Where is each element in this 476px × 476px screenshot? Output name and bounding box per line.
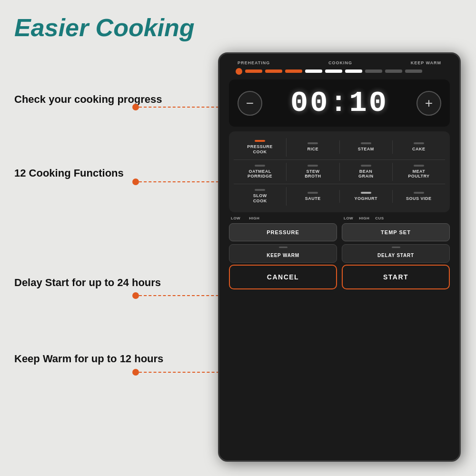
delay-start-button[interactable]: DELAY START: [342, 244, 450, 263]
annotation-delay-start: Delay Start for up to 24 hours: [14, 276, 161, 290]
label-stew: STEWBROTH: [305, 169, 321, 179]
bottom-buttons: CANCEL START: [229, 265, 450, 289]
keep-warm-button[interactable]: KEEP WARM: [229, 244, 337, 263]
indicator-stew: [307, 165, 318, 167]
label-sous-vide: SOUS VIDE: [406, 196, 432, 201]
indicator-sous-vide: [414, 192, 424, 194]
label-low-temp: LOW: [344, 216, 353, 220]
func-steam[interactable]: STEAM: [340, 140, 393, 154]
label-meat: MEATPOULTRY: [408, 169, 430, 179]
indicator-pressure: [255, 140, 265, 142]
annotation-cooking-functions: 12 Cooking Functions: [14, 167, 124, 180]
label-steam: STEAM: [358, 147, 374, 152]
indicator-bean: [361, 165, 371, 167]
label-saute: SAUTE: [305, 196, 321, 201]
func-bean[interactable]: BEANGRAIN: [340, 163, 393, 181]
indicator-steam: [361, 142, 371, 144]
line-functions: [139, 181, 228, 182]
prog-seg-3: [285, 69, 302, 73]
indicator-slow: [255, 189, 265, 191]
label-cus-temp: CUS: [375, 216, 384, 220]
label-oatmeal: OATMEALPORRIDGE: [248, 169, 272, 179]
label-pressure-cook: PRESSURECOOK: [247, 144, 273, 155]
label-high-pressure: HIGH: [249, 216, 259, 220]
func-cake[interactable]: CAKE: [393, 140, 445, 154]
progress-section: PREHEATING COOKING KEEP WARM: [229, 54, 450, 78]
indicator-oatmeal: [255, 165, 265, 167]
label-high-temp: HIGH: [359, 216, 369, 220]
func-row-1: PRESSURECOOK RICE STEAM CAKE: [234, 135, 445, 160]
pressure-level-labels: LOW HIGH: [229, 216, 337, 220]
pressure-button[interactable]: PRESSURE: [229, 223, 337, 241]
prog-dot-1: [236, 68, 242, 75]
indicator-saute: [307, 192, 318, 194]
progress-bars: [234, 68, 445, 75]
controls-section: LOW HIGH PRESSURE KEEP WARM LOW HIGH CUS…: [229, 216, 450, 263]
func-slow-cook[interactable]: SLOWCOOK: [234, 187, 287, 206]
progress-labels: PREHEATING COOKING KEEP WARM: [234, 60, 445, 65]
prog-seg-5: [325, 69, 342, 73]
func-stew[interactable]: STEWBROTH: [287, 163, 339, 181]
dot-progress: [132, 104, 139, 110]
temp-level-labels: LOW HIGH CUS: [342, 216, 450, 220]
label-low-pressure: LOW: [231, 216, 240, 220]
annotation-keep-warm: Keep Warm for up to 12 hours: [14, 352, 163, 366]
label-cooking: COOKING: [328, 60, 352, 65]
start-button[interactable]: START: [342, 265, 450, 289]
func-pressure-cook[interactable]: PRESSURECOOK: [234, 138, 287, 157]
keep-warm-indicator: [279, 247, 288, 248]
prog-seg-7: [365, 69, 382, 73]
temp-set-button[interactable]: TEMP SET: [342, 223, 450, 241]
indicator-rice: [307, 142, 318, 144]
func-saute[interactable]: SAUTE: [287, 190, 339, 203]
indicator-cake: [414, 142, 424, 144]
temp-col: LOW HIGH CUS TEMP SET DELAY START: [342, 216, 450, 263]
label-rice: RICE: [307, 147, 319, 152]
func-row-3: SLOWCOOK SAUTE YOGHURT SOUS VIDE: [234, 184, 445, 208]
line-progress: [139, 107, 228, 108]
func-sous-vide[interactable]: SOUS VIDE: [393, 190, 445, 203]
plus-button[interactable]: +: [416, 91, 441, 116]
func-yoghurt[interactable]: YOGHURT: [340, 190, 393, 203]
prog-seg-2: [265, 69, 282, 73]
label-keep-warm: KEEP WARM: [411, 60, 441, 65]
cancel-button[interactable]: CANCEL: [229, 265, 337, 289]
prog-seg-1: [245, 69, 262, 73]
func-row-2: OATMEALPORRIDGE STEWBROTH BEANGRAIN MEAT…: [234, 160, 445, 185]
prog-seg-6: [345, 69, 362, 73]
annotation-check-progress: Check your cooking progress: [14, 93, 162, 107]
dot-functions: [132, 178, 139, 185]
func-oatmeal[interactable]: OATMEALPORRIDGE: [234, 163, 287, 181]
delay-start-indicator: [392, 247, 400, 248]
dot-delay: [132, 292, 139, 299]
pressure-col: LOW HIGH PRESSURE KEEP WARM: [229, 216, 337, 263]
func-rice[interactable]: RICE: [287, 140, 339, 154]
dot-keepwarm: [132, 369, 139, 376]
label-yoghurt: YOGHURT: [354, 196, 377, 201]
minus-button[interactable]: −: [238, 91, 262, 116]
label-cake: CAKE: [412, 147, 426, 152]
page-title: Easier Cooking: [14, 13, 195, 42]
label-bean: BEANGRAIN: [358, 169, 374, 179]
label-preheating: PREHEATING: [238, 60, 270, 65]
indicator-yoghurt: [361, 192, 371, 194]
func-meat[interactable]: MEATPOULTRY: [393, 163, 445, 181]
indicator-meat: [414, 165, 424, 167]
prog-seg-4: [305, 69, 322, 73]
prog-seg-9: [405, 69, 422, 73]
timer-section: − 00:10 +: [229, 79, 450, 127]
label-slow-cook: SLOWCOOK: [253, 193, 267, 204]
timer-display: 00:10: [290, 86, 388, 120]
cooker-panel: PREHEATING COOKING KEEP WARM − 00:10 +: [218, 52, 461, 462]
functions-grid: PRESSURECOOK RICE STEAM CAKE OATMEALPORR…: [229, 131, 450, 212]
prog-seg-8: [385, 69, 402, 73]
